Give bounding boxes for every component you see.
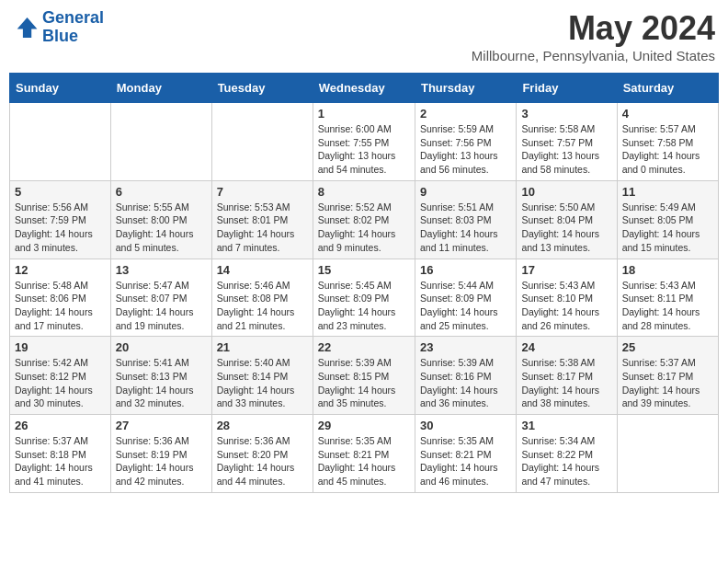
- calendar-cell: 9Sunrise: 5:51 AM Sunset: 8:03 PM Daylig…: [415, 180, 516, 259]
- day-info: Sunrise: 5:52 AM Sunset: 8:02 PM Dayligh…: [318, 201, 410, 255]
- title-area: May 2024 Millbourne, Pennsylvania, Unite…: [472, 9, 715, 63]
- day-info: Sunrise: 5:39 AM Sunset: 8:15 PM Dayligh…: [318, 356, 410, 410]
- day-number: 24: [521, 340, 611, 354]
- calendar-cell: [211, 103, 313, 181]
- day-info: Sunrise: 5:38 AM Sunset: 8:17 PM Dayligh…: [521, 356, 611, 410]
- day-number: 1: [318, 107, 410, 121]
- day-info: Sunrise: 5:44 AM Sunset: 8:09 PM Dayligh…: [420, 279, 511, 333]
- calendar-cell: 29Sunrise: 5:35 AM Sunset: 8:21 PM Dayli…: [313, 415, 415, 493]
- calendar-cell: [617, 415, 718, 493]
- day-number: 12: [15, 263, 106, 277]
- day-info: Sunrise: 5:45 AM Sunset: 8:09 PM Dayligh…: [318, 279, 410, 333]
- calendar-cell: 13Sunrise: 5:47 AM Sunset: 8:07 PM Dayli…: [110, 259, 211, 337]
- day-number: 10: [521, 185, 611, 199]
- day-number: 28: [217, 419, 308, 432]
- day-number: 30: [420, 419, 511, 432]
- day-number: 4: [622, 107, 713, 121]
- calendar-week-row: 5Sunrise: 5:56 AM Sunset: 7:59 PM Daylig…: [10, 180, 719, 259]
- day-info: Sunrise: 6:00 AM Sunset: 7:55 PM Dayligh…: [318, 122, 410, 177]
- day-info: Sunrise: 5:35 AM Sunset: 8:21 PM Dayligh…: [318, 434, 410, 488]
- calendar-week-row: 1Sunrise: 6:00 AM Sunset: 7:55 PM Daylig…: [10, 103, 719, 181]
- day-number: 2: [420, 107, 511, 121]
- weekday-header-friday: Friday: [517, 74, 617, 103]
- day-number: 23: [420, 340, 511, 354]
- day-number: 25: [622, 340, 713, 354]
- day-number: 26: [15, 419, 106, 432]
- day-info: Sunrise: 5:58 AM Sunset: 7:57 PM Dayligh…: [521, 122, 611, 177]
- logo-line1: General: [42, 8, 104, 27]
- calendar-cell: 4Sunrise: 5:57 AM Sunset: 7:58 PM Daylig…: [617, 103, 718, 181]
- day-number: 5: [15, 185, 106, 199]
- calendar-table: SundayMondayTuesdayWednesdayThursdayFrid…: [9, 73, 719, 493]
- day-info: Sunrise: 5:59 AM Sunset: 7:56 PM Dayligh…: [420, 122, 511, 177]
- calendar-cell: 22Sunrise: 5:39 AM Sunset: 8:15 PM Dayli…: [313, 337, 415, 415]
- calendar-cell: 26Sunrise: 5:37 AM Sunset: 8:18 PM Dayli…: [10, 415, 111, 493]
- day-info: Sunrise: 5:37 AM Sunset: 8:18 PM Dayligh…: [15, 434, 106, 488]
- day-number: 11: [622, 185, 713, 199]
- calendar-cell: 19Sunrise: 5:42 AM Sunset: 8:12 PM Dayli…: [10, 337, 111, 415]
- day-number: 7: [217, 185, 308, 199]
- weekday-header-thursday: Thursday: [415, 74, 516, 103]
- calendar-cell: [10, 103, 111, 181]
- day-number: 3: [521, 107, 611, 121]
- calendar-cell: 18Sunrise: 5:43 AM Sunset: 8:11 PM Dayli…: [617, 259, 718, 337]
- calendar-cell: 5Sunrise: 5:56 AM Sunset: 7:59 PM Daylig…: [10, 180, 111, 259]
- weekday-header-tuesday: Tuesday: [211, 74, 313, 103]
- day-number: 31: [521, 419, 611, 432]
- day-number: 29: [318, 419, 410, 432]
- day-number: 14: [217, 263, 308, 277]
- day-number: 20: [116, 340, 207, 354]
- calendar-cell: 24Sunrise: 5:38 AM Sunset: 8:17 PM Dayli…: [517, 337, 617, 415]
- day-info: Sunrise: 5:43 AM Sunset: 8:11 PM Dayligh…: [622, 279, 713, 333]
- day-info: Sunrise: 5:41 AM Sunset: 8:13 PM Dayligh…: [116, 356, 207, 410]
- calendar-cell: 30Sunrise: 5:35 AM Sunset: 8:21 PM Dayli…: [415, 415, 516, 493]
- day-number: 17: [521, 263, 611, 277]
- weekday-header-wednesday: Wednesday: [313, 74, 415, 103]
- logo-icon: [13, 15, 39, 40]
- day-number: 15: [318, 263, 410, 277]
- calendar-cell: 3Sunrise: 5:58 AM Sunset: 7:57 PM Daylig…: [517, 103, 617, 181]
- day-info: Sunrise: 5:46 AM Sunset: 8:08 PM Dayligh…: [217, 279, 308, 333]
- day-number: 19: [15, 340, 106, 354]
- calendar-cell: 10Sunrise: 5:50 AM Sunset: 8:04 PM Dayli…: [517, 180, 617, 259]
- day-number: 9: [420, 185, 511, 199]
- day-info: Sunrise: 5:37 AM Sunset: 8:17 PM Dayligh…: [622, 356, 713, 410]
- calendar-cell: 31Sunrise: 5:34 AM Sunset: 8:22 PM Dayli…: [517, 415, 617, 493]
- calendar-cell: 14Sunrise: 5:46 AM Sunset: 8:08 PM Dayli…: [211, 259, 313, 337]
- weekday-header-row: SundayMondayTuesdayWednesdayThursdayFrid…: [10, 74, 719, 103]
- calendar-cell: 6Sunrise: 5:55 AM Sunset: 8:00 PM Daylig…: [110, 180, 211, 259]
- calendar-body: 1Sunrise: 6:00 AM Sunset: 7:55 PM Daylig…: [10, 103, 719, 493]
- day-number: 21: [217, 340, 308, 354]
- weekday-header-monday: Monday: [110, 74, 211, 103]
- day-info: Sunrise: 5:42 AM Sunset: 8:12 PM Dayligh…: [15, 356, 106, 410]
- day-info: Sunrise: 5:57 AM Sunset: 7:58 PM Dayligh…: [622, 122, 713, 177]
- day-number: 13: [116, 263, 207, 277]
- day-info: Sunrise: 5:34 AM Sunset: 8:22 PM Dayligh…: [521, 434, 611, 488]
- calendar-week-row: 12Sunrise: 5:48 AM Sunset: 8:06 PM Dayli…: [10, 259, 719, 337]
- calendar-cell: 7Sunrise: 5:53 AM Sunset: 8:01 PM Daylig…: [211, 180, 313, 259]
- month-title: May 2024: [472, 9, 715, 48]
- day-info: Sunrise: 5:47 AM Sunset: 8:07 PM Dayligh…: [116, 279, 207, 333]
- page-header: General Blue May 2024 Millbourne, Pennsy…: [9, 9, 719, 63]
- day-info: Sunrise: 5:49 AM Sunset: 8:05 PM Dayligh…: [622, 201, 713, 255]
- calendar-cell: 21Sunrise: 5:40 AM Sunset: 8:14 PM Dayli…: [211, 337, 313, 415]
- weekday-header-sunday: Sunday: [10, 74, 111, 103]
- day-info: Sunrise: 5:55 AM Sunset: 8:00 PM Dayligh…: [116, 201, 207, 255]
- day-number: 27: [116, 419, 207, 432]
- calendar-cell: 12Sunrise: 5:48 AM Sunset: 8:06 PM Dayli…: [10, 259, 111, 337]
- day-info: Sunrise: 5:53 AM Sunset: 8:01 PM Dayligh…: [217, 201, 308, 255]
- calendar-cell: 17Sunrise: 5:43 AM Sunset: 8:10 PM Dayli…: [517, 259, 617, 337]
- calendar-cell: 1Sunrise: 6:00 AM Sunset: 7:55 PM Daylig…: [313, 103, 415, 181]
- day-info: Sunrise: 5:36 AM Sunset: 8:20 PM Dayligh…: [217, 434, 308, 488]
- calendar-cell: 15Sunrise: 5:45 AM Sunset: 8:09 PM Dayli…: [313, 259, 415, 337]
- day-number: 18: [622, 263, 713, 277]
- day-info: Sunrise: 5:56 AM Sunset: 7:59 PM Dayligh…: [15, 201, 106, 255]
- day-number: 16: [420, 263, 511, 277]
- calendar-cell: 27Sunrise: 5:36 AM Sunset: 8:19 PM Dayli…: [110, 415, 211, 493]
- day-info: Sunrise: 5:36 AM Sunset: 8:19 PM Dayligh…: [116, 434, 207, 488]
- day-info: Sunrise: 5:40 AM Sunset: 8:14 PM Dayligh…: [217, 356, 308, 410]
- calendar-cell: 8Sunrise: 5:52 AM Sunset: 8:02 PM Daylig…: [313, 180, 415, 259]
- day-info: Sunrise: 5:35 AM Sunset: 8:21 PM Dayligh…: [420, 434, 511, 488]
- logo-line2: Blue: [42, 27, 78, 45]
- calendar-cell: 28Sunrise: 5:36 AM Sunset: 8:20 PM Dayli…: [211, 415, 313, 493]
